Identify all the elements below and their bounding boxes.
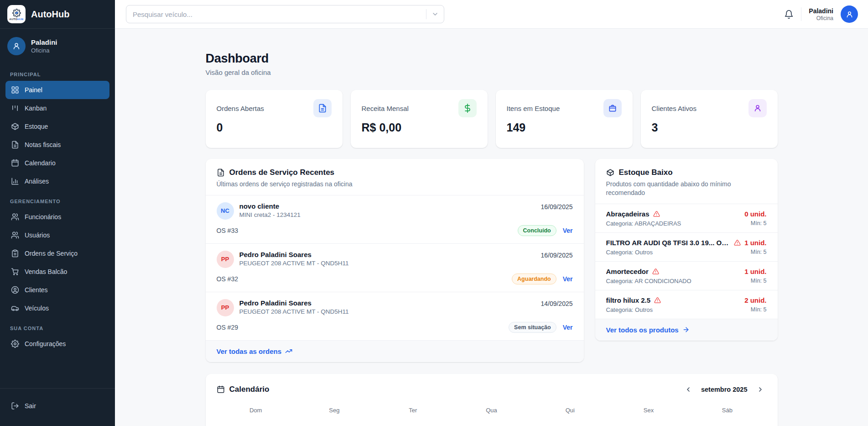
order-date: 16/09/2025 [541, 251, 572, 259]
sidebar-item-kanban[interactable]: Kanban [5, 99, 109, 117]
package-icon [11, 122, 19, 131]
sidebar-user-avatar [7, 37, 26, 55]
status-badge: Concluído [518, 225, 556, 236]
view-order-link[interactable]: Ver [563, 324, 573, 331]
status-badge: Sem situação [509, 322, 556, 333]
sidebar-item-veiculos[interactable]: Veículos [5, 299, 109, 317]
alert-triangle-icon [652, 268, 659, 275]
sidebar-item-vendas-balcao[interactable]: Vendas Balcão [5, 263, 109, 281]
sidebar-item-estoque[interactable]: Estoque [5, 117, 109, 136]
stats-row: Ordens Abertas 0 Receita Mensal R$ 0,00 [206, 90, 778, 148]
bar-chart-icon [11, 177, 19, 185]
product-name: Abraçadeiras [606, 210, 650, 218]
trending-up-icon [285, 347, 292, 355]
sidebar-item-calendario[interactable]: Calendario [5, 154, 109, 172]
order-vehicle: PEUGEOT 208 ACTIVE MT - QND5H11 [239, 260, 349, 267]
box-icon [603, 99, 622, 117]
order-client-name: Pedro Paladini Soares [239, 251, 349, 258]
topbar-user-role: Oficina [809, 15, 833, 21]
stock-minimum: Mín: 5 [751, 278, 767, 284]
stock-item: Amortecedor 1 unid. Categoria: AR CONDIC… [595, 262, 778, 290]
sidebar-item-clientes[interactable]: Clientes [5, 281, 109, 299]
stock-quantity: 2 unid. [744, 296, 766, 304]
low-stock-subtitle: Produtos com quantidade abaixo do mínimo… [606, 180, 767, 197]
sidebar-user-name: Paladini [31, 38, 57, 46]
topbar-divider [801, 7, 801, 21]
orders-card-title: Ordens de Serviço Recentes [229, 168, 335, 177]
stock-quantity: 1 unid. [744, 239, 766, 247]
product-name: FILTRO AR AUDI Q8 TFSI 3.0 19... OBS: [606, 239, 731, 247]
user-icon [748, 99, 767, 117]
stat-card-receita-mensal: Receita Mensal R$ 0,00 [351, 90, 488, 148]
product-name: Amortecedor [606, 268, 649, 275]
calendar-icon [11, 159, 19, 167]
chevron-down-icon[interactable] [426, 11, 444, 18]
main-content: Dashboard Visão geral da oficina Ordens … [115, 29, 868, 426]
brand: AUTOHUB AutoHub [0, 0, 115, 29]
order-row: PP Pedro Paladini Soares PEUGEOT 208 ACT… [206, 292, 584, 341]
product-category: Categoria: ABRAÇADEIRAS [606, 220, 681, 227]
view-all-orders-link[interactable]: Ver todas as ordens [217, 347, 293, 355]
arrow-right-icon [682, 326, 690, 333]
sidebar-item-analises[interactable]: Análises [5, 172, 109, 190]
calendar-month-label: setembro 2025 [701, 386, 748, 393]
sidebar-nav: PRINCIPAL Painel Kanban Estoque Notas fi… [0, 62, 115, 388]
stat-card-ordens-abertas: Ordens Abertas 0 [206, 90, 343, 148]
bell-icon[interactable] [784, 10, 794, 19]
product-category: Categoria: AR CONDICIONADO [606, 278, 691, 284]
stock-minimum: Mín: 5 [751, 249, 767, 255]
sidebar-item-painel[interactable]: Painel [5, 81, 109, 99]
dollar-icon [458, 99, 477, 117]
package-icon [606, 168, 614, 177]
nav-section-sua-conta: SUA CONTA [10, 326, 105, 331]
autohub-logo-icon: AUTOHUB [7, 5, 26, 23]
vehicle-search [126, 5, 444, 23]
stat-card-clientes-ativos: Clientes Ativos 3 [641, 90, 778, 148]
recent-orders-card: Ordens de Serviço Recentes Últimas orden… [206, 159, 584, 362]
order-client-name: novo cliente [239, 202, 301, 210]
search-input[interactable] [126, 11, 426, 18]
order-vehicle: PEUGEOT 208 ACTIVE MT - QND5H11 [239, 308, 349, 315]
stock-quantity: 0 unid. [744, 210, 766, 218]
page-subtitle: Visão geral da oficina [206, 68, 778, 76]
alert-triangle-icon [653, 210, 660, 217]
stock-minimum: Mín: 5 [751, 220, 767, 226]
avatar: PP [217, 299, 234, 316]
users-icon [11, 213, 19, 221]
product-name: filtro hilux 2.5 [606, 296, 651, 304]
file-text-icon [11, 141, 19, 149]
sidebar-item-ordens-de-servico[interactable]: Ordens de Serviço [5, 244, 109, 263]
sidebar-item-configuracoes[interactable]: Configurações [5, 335, 109, 353]
logout-button[interactable]: Sair [5, 397, 109, 415]
view-order-link[interactable]: Ver [563, 275, 573, 283]
file-text-icon [217, 168, 225, 177]
order-row: NC novo cliente MINI creta2 - 1234121 16… [206, 195, 584, 244]
sidebar-footer: Sair [0, 388, 115, 426]
sidebar-item-notas-fiscais[interactable]: Notas fiscais [5, 136, 109, 154]
calendar-next-button[interactable] [754, 383, 767, 396]
product-category: Categoria: Outros [606, 249, 653, 256]
user-avatar[interactable] [841, 5, 858, 23]
calendar-title: Calendário [229, 385, 270, 394]
orders-card-subtitle: Últimas ordens de serviço registradas na… [217, 180, 573, 189]
stock-minimum: Mín: 5 [751, 306, 767, 313]
sidebar-item-usuarios[interactable]: Usuários [5, 226, 109, 244]
stat-value: R$ 0,00 [362, 121, 477, 134]
sidebar-item-funcionarios[interactable]: Funcionários [5, 208, 109, 226]
chevron-left-icon [685, 386, 692, 393]
chevron-right-icon [757, 386, 764, 393]
stat-card-itens-em-estoque: Itens em Estoque 149 [496, 90, 633, 148]
view-order-link[interactable]: Ver [563, 227, 573, 234]
kanban-icon [11, 104, 19, 112]
page-title: Dashboard [206, 52, 778, 66]
stat-value: 0 [217, 121, 332, 134]
user-circle-icon [11, 286, 19, 294]
users-icon [11, 231, 19, 239]
avatar: NC [217, 202, 234, 220]
order-vehicle: MINI creta2 - 1234121 [239, 211, 301, 218]
brand-name: AutoHub [31, 9, 69, 20]
file-text-icon [313, 99, 332, 117]
calendar-prev-button[interactable] [682, 383, 695, 396]
alert-triangle-icon [734, 239, 741, 246]
view-all-products-link[interactable]: Ver todos os produtos [606, 326, 690, 334]
